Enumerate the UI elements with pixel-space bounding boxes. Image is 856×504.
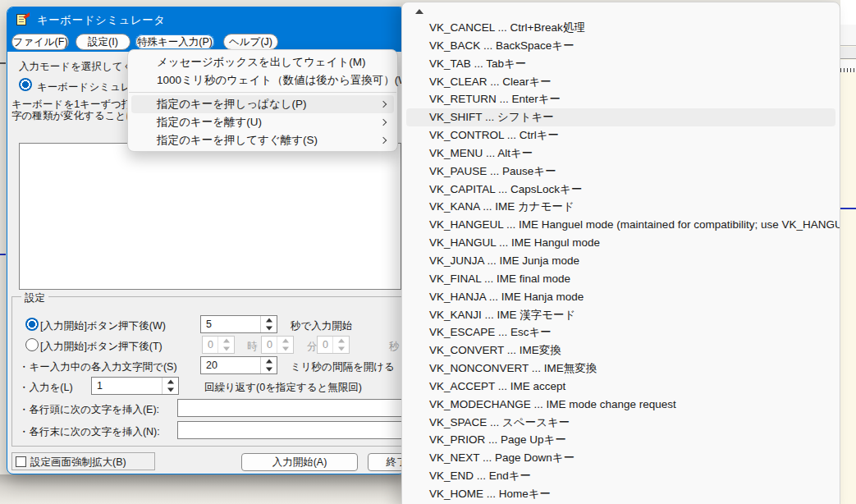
vk-key-label: VK_CONTROL ... Ctrlキー [429,129,559,141]
start-input-button[interactable]: 入力開始(A) [241,453,358,471]
expand-checkbox-frame: 設定画面強制拡大(B) [11,452,155,470]
vk-key-label: VK_PRIOR ... Page Upキー [429,433,566,446]
vk-key-item[interactable]: VK_KANJI ... IME 漢字モード [402,306,840,324]
menu-item-hold-key[interactable]: 指定のキーを押しっぱなし(P) [131,95,394,113]
radio-delay-seconds[interactable] [25,318,39,331]
background-editor-edge [840,0,856,504]
vk-key-item[interactable]: VK_TAB ... Tabキー [402,55,840,73]
line-tail-insert-label: ・各行末に次の文字を挿入(N): [19,425,160,439]
vk-key-label: VK_KANA ... IME カナモード [429,200,574,213]
seconds-spinner[interactable]: 0 [317,336,350,354]
background-left-blue-line [0,254,6,255]
vk-key-item[interactable]: VK_PRIOR ... Page Upキー [402,431,840,449]
delay-time-label: [入力開始]ボタン押下後(T) [40,340,163,354]
vk-key-item[interactable]: VK_ESCAPE ... Escキー [402,323,840,341]
input-textarea[interactable] [19,143,401,290]
menu-item-label: 指定のキーを押してすぐ離す(S) [157,134,318,146]
radio-delay-time[interactable] [25,338,39,351]
vk-key-item[interactable]: VK_JUNJA ... IME Junja mode [402,252,840,270]
vk-key-label: VK_NONCONVERT ... IME無変換 [429,362,597,374]
spinner-down-icon[interactable] [163,386,178,394]
vk-key-item[interactable]: VK_SHIFT ... シフトキー [406,108,835,126]
char-interval-label: ・キー入力中の各入力文字間で(S) [19,360,177,374]
scroll-up-icon[interactable] [415,9,423,14]
line-head-insert-field[interactable] [177,399,405,417]
spinner-up-icon[interactable] [277,337,293,345]
vk-key-item[interactable]: VK_NEXT ... Page Downキー [402,449,840,467]
repeat-count-label: ・入力を(L) [19,381,73,395]
background-editor-blue-line [840,208,856,209]
vk-key-item[interactable]: VK_HOME ... Homeキー [402,485,840,503]
background-editor-titlebar-edge [840,0,856,25]
vk-key-item[interactable]: VK_KANA ... IME カナモード [402,198,840,216]
vk-key-item[interactable]: VK_HANGEUL ... IME Hanguel mode (maintai… [402,216,840,234]
hours-spinner[interactable]: 0 [202,336,235,354]
vk-key-item[interactable]: VK_CONVERT ... IME変換 [402,341,840,360]
chevron-right-icon [380,137,387,144]
desktop-shadow-strip [0,474,401,504]
menu-help[interactable]: ヘルプ(J) [223,34,278,50]
repeat-count-spinner[interactable]: 1 [91,377,179,395]
vk-key-label: VK_CLEAR ... Clearキー [429,76,552,88]
char-interval-spinner[interactable]: 20 [200,356,277,374]
spinner-down-icon[interactable] [261,324,277,332]
menu-separator [129,92,396,93]
vk-key-item[interactable]: VK_CAPITAL ... CapsLockキー [402,181,840,199]
spinner-up-icon[interactable] [163,378,178,386]
spinner-down-icon[interactable] [218,345,234,353]
vk-key-item[interactable]: VK_CLEAR ... Clearキー [402,73,840,91]
vk-key-label: VK_HANGEUL ... IME Hanguel mode (maintai… [429,218,840,231]
vk-key-label: VK_KANJI ... IME 漢字モード [429,309,575,321]
repeat-count-value: 1 [92,378,162,394]
vk-key-label: VK_BACK ... BackSpaceキー [429,39,574,52]
vk-key-item[interactable]: VK_MODECHANGE ... IME mode change reques… [402,396,840,414]
vk-key-list: VK_CANCEL ... Ctrl+Break処理VK_BACK ... Ba… [402,19,840,503]
vk-key-item[interactable]: VK_BACK ... BackSpaceキー [402,37,840,55]
menu-special-key-input[interactable]: 特殊キー入力(P) [135,34,215,50]
background-left-marker [0,62,6,64]
seconds-value: 0 [318,337,332,353]
background-window-left-edge [0,0,7,474]
vk-key-item[interactable]: VK_FINAL ... IME final mode [402,270,840,288]
titlebar[interactable]: キーボードシミュレータ [7,7,405,32]
expand-checkbox[interactable] [16,456,26,467]
minutes-unit: 分 [307,340,318,354]
menu-settings[interactable]: 設定(I) [76,34,130,50]
vk-key-label: VK_PAUSE ... Pauseキー [429,165,556,177]
vk-key-item[interactable]: VK_PAUSE ... Pauseキー [402,163,840,181]
vk-key-item[interactable]: VK_MENU ... Altキー [402,144,840,163]
vk-key-item[interactable]: VK_NONCONVERT ... IME無変換 [402,360,840,378]
vk-key-label: VK_RETURN ... Enterキー [429,93,561,105]
vk-key-item[interactable]: VK_HANJA ... IME Hanja mode [402,288,840,306]
spinner-down-icon[interactable] [261,365,277,373]
vk-key-item[interactable]: VK_CONTROL ... Ctrlキー [402,126,840,144]
vk-key-item[interactable]: VK_SPACE ... スペースキー [402,414,840,432]
spinner-up-icon[interactable] [261,316,277,324]
vk-key-label: VK_JUNJA ... IME Junja mode [429,254,579,267]
delay-seconds-spinner[interactable]: 5 [200,315,277,333]
radio-keyboard-simulate-mode[interactable] [19,78,32,91]
menu-item-release-key[interactable]: 指定のキーを離す(U) [128,113,397,131]
settings-legend: 設定 [21,291,48,305]
delay-seconds-label: [入力開始]ボタン押下後(W) [40,319,166,333]
spinner-down-icon[interactable] [277,345,293,353]
spinner-up-icon[interactable] [218,337,234,345]
minutes-spinner[interactable]: 0 [261,336,294,354]
window-title: キーボードシミュレータ [37,13,166,28]
menu-item-1000ms-wait[interactable]: 1000ミリ秒のウェイト（数値は後から置換可）(W) [128,71,397,89]
vk-key-item[interactable]: VK_RETURN ... Enterキー [402,90,840,108]
menu-item-press-release-key[interactable]: 指定のキーを押してすぐ離す(S) [128,131,397,149]
menu-item-messagebox-wait[interactable]: メッセージボックスを出してウェイト(M) [128,53,397,71]
vk-key-item[interactable]: VK_CANCEL ... Ctrl+Break処理 [402,19,840,37]
vk-key-item[interactable]: VK_ACCEPT ... IME accept [402,378,840,396]
spinner-down-icon[interactable] [333,345,349,353]
line-tail-insert-field[interactable] [177,421,405,439]
menu-file[interactable]: ファイル(F) [11,34,69,50]
delay-seconds-value: 5 [201,316,260,332]
seconds-unit: 秒 [389,340,400,354]
exit-button[interactable]: 終了 [368,453,405,471]
vk-key-item[interactable]: VK_END ... Endキー [402,467,840,485]
vk-key-item[interactable]: VK_HANGUL ... IME Hangul mode [402,234,840,252]
spinner-up-icon[interactable] [261,357,277,365]
spinner-up-icon[interactable] [333,337,349,345]
